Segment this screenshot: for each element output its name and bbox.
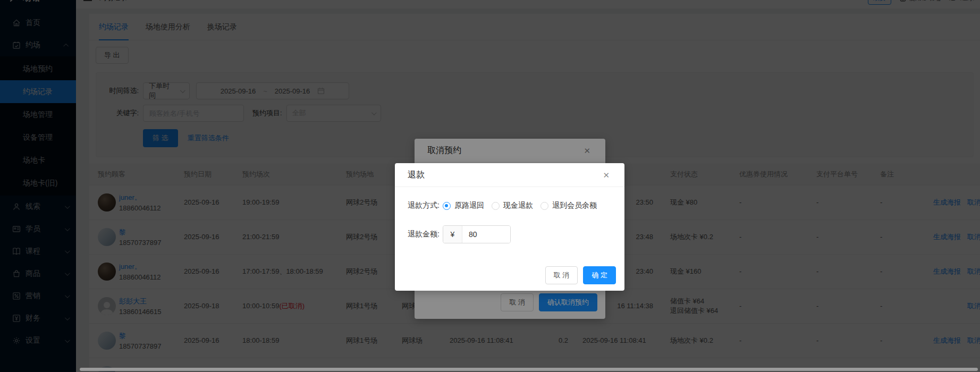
- refund-confirm-button[interactable]: 确 定: [583, 266, 616, 284]
- currency-prefix: ¥: [443, 226, 462, 243]
- refund-amount-input-group: ¥: [443, 225, 511, 243]
- radio-label: 原路退回: [454, 201, 484, 210]
- horizontal-scrollbar[interactable]: [80, 368, 978, 371]
- refund-modal: 退款 ✕ 退款方式: 原路退回现金退款退到会员余额 退款金额: ¥ 取 消 确 …: [395, 163, 624, 291]
- close-icon[interactable]: ✕: [601, 169, 612, 181]
- refund-amount-label: 退款金额:: [408, 230, 440, 239]
- radio-label: 退到会员余额: [552, 201, 597, 210]
- refund-method-radio-退到会员余额[interactable]: 退到会员余额: [540, 201, 597, 210]
- refund-modal-title: 退款: [408, 170, 601, 181]
- radio-label: 现金退款: [503, 201, 533, 210]
- radio-circle-icon: [492, 202, 500, 210]
- refund-amount-input[interactable]: [462, 226, 510, 243]
- refund-method-label: 退款方式:: [408, 201, 440, 210]
- refund-method-radio-现金退款[interactable]: 现金退款: [492, 201, 533, 210]
- radio-circle-icon: [540, 202, 548, 210]
- refund-cancel-button[interactable]: 取 消: [545, 266, 578, 284]
- refund-method-radio-group: 原路退回现金退款退到会员余额: [440, 201, 597, 210]
- refund-method-radio-原路退回[interactable]: 原路退回: [443, 201, 484, 210]
- radio-circle-icon: [443, 202, 451, 210]
